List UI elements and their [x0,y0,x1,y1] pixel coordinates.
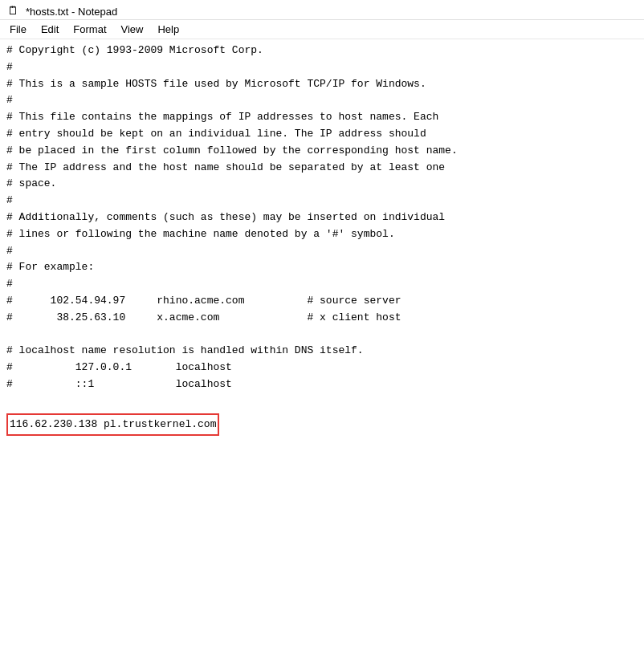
menu-file[interactable]: File [3,22,33,37]
editor-line: # Additionally, comments (such as these)… [6,209,638,226]
editor-line: # Copyright (c) 1993-2009 Microsoft Corp… [6,43,638,59]
editor-line: # space. [6,176,638,193]
editor-line: # [6,276,638,293]
app-icon: 🗒 [6,5,19,18]
editor-line: # localhost name resolution is handled w… [6,343,638,360]
menu-bar: File Edit Format View Help [0,20,644,39]
editor-line: # [6,243,638,260]
menu-format[interactable]: Format [67,22,112,37]
highlighted-entry-line: 116.62.230.138 pl.trustkernel.com [6,410,638,437]
editor-line: # lines or following the machine name de… [6,226,638,243]
editor-line: # 102.54.94.97 rhino.acme.com # source s… [6,293,638,310]
editor-line: # For example: [6,259,638,276]
editor-line: # This is a sample HOSTS file used by Mi… [6,76,638,93]
menu-edit[interactable]: Edit [35,22,65,37]
editor-line: # be placed in the first column followed… [6,143,638,160]
editor-line: # ::1 localhost [6,376,638,393]
editor-line: # [6,193,638,209]
editor-line: # [6,92,638,109]
editor-area[interactable]: # Copyright (c) 1993-2009 Microsoft Corp… [0,39,644,664]
menu-view[interactable]: View [115,22,150,37]
editor-line: # 127.0.0.1 localhost [6,360,638,376]
highlighted-line-box: 116.62.230.138 pl.trustkernel.com [6,413,219,437]
editor-line: # 38.25.63.10 x.acme.com # x client host [6,310,638,327]
title-bar: 🗒 *hosts.txt - Notepad [0,0,644,20]
editor-line: # This file contains the mappings of IP … [6,109,638,126]
editor-line: # [6,59,638,76]
editor-content: # Copyright (c) 1993-2009 Microsoft Corp… [6,43,638,436]
menu-help[interactable]: Help [151,22,185,37]
editor-line [6,393,638,410]
editor-line [6,327,638,344]
editor-line: # entry should be kept on an individual … [6,126,638,143]
window-title: *hosts.txt - Notepad [26,6,117,18]
editor-line: # The IP address and the host name shoul… [6,160,638,177]
